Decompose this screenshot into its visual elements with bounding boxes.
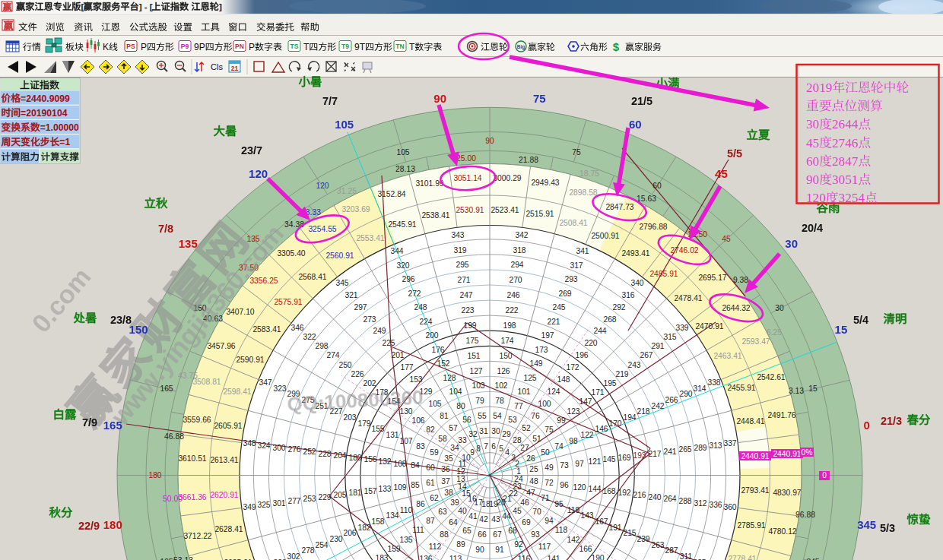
svg-text:9T: 9T xyxy=(354,42,366,52)
svg-text:219: 219 xyxy=(615,370,628,378)
svg-text:224: 224 xyxy=(419,318,432,326)
svg-text:192: 192 xyxy=(618,489,630,497)
svg-text:179: 179 xyxy=(357,419,370,428)
svg-text:111: 111 xyxy=(412,526,424,534)
svg-text:313: 313 xyxy=(709,441,722,450)
svg-text:344: 344 xyxy=(390,247,403,255)
svg-text:270: 270 xyxy=(509,276,522,284)
svg-text:295: 295 xyxy=(456,261,468,269)
svg-text:266: 266 xyxy=(665,396,678,404)
svg-text:196: 196 xyxy=(575,351,588,359)
svg-text:221: 221 xyxy=(547,318,560,326)
svg-text:117: 117 xyxy=(538,543,551,551)
svg-text:] - [: ] - [ xyxy=(139,2,153,11)
svg-text:81: 81 xyxy=(440,412,449,420)
svg-text:6.25: 6.25 xyxy=(767,328,782,337)
svg-text:2620.91: 2620.91 xyxy=(210,491,238,499)
svg-text:217: 217 xyxy=(648,450,661,458)
svg-text:30: 30 xyxy=(491,427,500,435)
svg-text:343: 343 xyxy=(451,231,464,239)
svg-text:144: 144 xyxy=(588,485,601,493)
svg-text:157: 157 xyxy=(364,487,376,495)
svg-text:2583.41: 2583.41 xyxy=(252,325,281,334)
svg-text:7/8: 7/8 xyxy=(158,223,173,235)
svg-text:197: 197 xyxy=(541,331,554,340)
svg-text:18.75: 18.75 xyxy=(579,169,599,178)
svg-text:2019: 2019 xyxy=(806,81,832,95)
svg-text:26: 26 xyxy=(526,454,535,463)
svg-text:5: 5 xyxy=(499,445,503,453)
svg-text:110: 110 xyxy=(400,506,413,514)
svg-text:128: 128 xyxy=(443,374,456,382)
svg-text:2545.91: 2545.91 xyxy=(388,220,416,229)
svg-text:254: 254 xyxy=(315,541,328,549)
svg-text:PN: PN xyxy=(235,43,244,50)
svg-text:89: 89 xyxy=(456,540,465,549)
svg-text:2500.91: 2500.91 xyxy=(591,232,619,240)
svg-text:46.88: 46.88 xyxy=(164,432,184,441)
svg-text:15.63: 15.63 xyxy=(637,195,656,203)
svg-text:348: 348 xyxy=(243,439,256,448)
svg-text:170: 170 xyxy=(608,419,621,428)
svg-text:346: 346 xyxy=(291,324,303,332)
svg-text:120: 120 xyxy=(806,191,826,205)
svg-text:102: 102 xyxy=(494,381,507,390)
svg-text:177: 177 xyxy=(400,363,413,372)
svg-text:225: 225 xyxy=(382,339,395,347)
svg-text:267: 267 xyxy=(640,351,652,359)
svg-text:45: 45 xyxy=(513,507,522,515)
svg-text:2448.41: 2448.41 xyxy=(736,417,764,426)
svg-text:73: 73 xyxy=(560,461,569,470)
svg-text:2440.91: 2440.91 xyxy=(741,452,769,460)
svg-text:55: 55 xyxy=(478,412,487,420)
svg-text:70: 70 xyxy=(532,508,541,516)
svg-text:56: 56 xyxy=(462,416,472,424)
svg-text:38: 38 xyxy=(444,489,453,497)
svg-text:345: 345 xyxy=(335,279,348,287)
svg-text:43: 43 xyxy=(491,515,500,524)
svg-text:65: 65 xyxy=(462,527,472,535)
svg-text:109: 109 xyxy=(393,483,406,492)
svg-text:35: 35 xyxy=(444,454,453,463)
svg-text:3: 3 xyxy=(511,454,516,462)
svg-text:21/5: 21/5 xyxy=(631,95,652,107)
svg-text:176: 176 xyxy=(431,346,444,354)
svg-text:T: T xyxy=(409,42,415,52)
svg-text:289: 289 xyxy=(694,444,706,452)
svg-text:263: 263 xyxy=(651,541,664,549)
svg-text:30: 30 xyxy=(785,237,798,250)
svg-text:90: 90 xyxy=(806,172,819,187)
svg-text:171: 171 xyxy=(591,388,604,397)
svg-text:61: 61 xyxy=(426,479,435,487)
svg-text:112: 112 xyxy=(429,543,442,551)
svg-text:2847: 2847 xyxy=(832,154,859,169)
svg-text:127: 127 xyxy=(469,367,482,375)
svg-text:3661.36: 3661.36 xyxy=(178,493,206,501)
svg-text:104: 104 xyxy=(449,388,462,396)
svg-text:93: 93 xyxy=(531,530,540,539)
svg-text:325: 325 xyxy=(257,501,270,509)
svg-text:21: 21 xyxy=(231,65,239,72)
svg-text:2796.88: 2796.88 xyxy=(639,223,667,231)
svg-text:3712.22: 3712.22 xyxy=(183,532,211,540)
svg-text:$: $ xyxy=(613,40,620,53)
svg-text:3610.51: 3610.51 xyxy=(178,454,206,463)
svg-text:50.00: 50.00 xyxy=(163,495,183,503)
svg-text:57: 57 xyxy=(449,424,458,432)
svg-text:3254.55: 3254.55 xyxy=(308,225,336,233)
svg-text:86: 86 xyxy=(416,500,425,508)
svg-text:106: 106 xyxy=(411,416,424,425)
svg-text:105: 105 xyxy=(396,148,409,157)
svg-text:34: 34 xyxy=(450,444,459,452)
svg-text:60: 60 xyxy=(806,154,819,169)
svg-text:191: 191 xyxy=(608,524,621,532)
svg-text:166: 166 xyxy=(579,545,592,553)
svg-text:23: 23 xyxy=(513,482,522,491)
svg-text:168: 168 xyxy=(602,487,615,495)
svg-text:63: 63 xyxy=(438,508,447,516)
svg-text:249: 249 xyxy=(373,327,386,335)
svg-text:216: 216 xyxy=(633,491,646,499)
svg-text:88: 88 xyxy=(440,530,449,539)
svg-text:134: 134 xyxy=(386,511,398,520)
svg-text:293: 293 xyxy=(564,275,577,283)
